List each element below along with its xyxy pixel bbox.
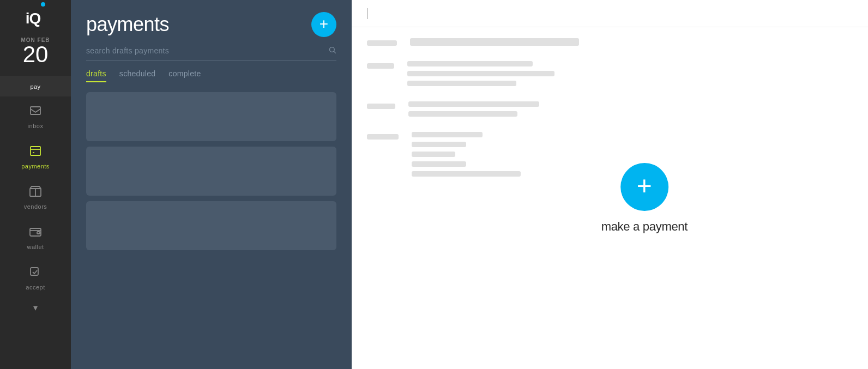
sidebar-item-wallet[interactable]: wallet <box>0 217 71 258</box>
top-bar-line <box>367 8 368 19</box>
payments-label: payments <box>21 163 50 170</box>
inbox-label: inbox <box>28 123 44 129</box>
svg-rect-7 <box>37 232 40 234</box>
skeleton-line <box>407 71 554 76</box>
tab-drafts[interactable]: drafts <box>86 69 106 82</box>
skeleton-lines <box>407 61 554 86</box>
skeleton-section-1 <box>367 38 853 46</box>
skeleton-label <box>367 134 399 140</box>
add-payment-button[interactable]: + <box>311 12 336 37</box>
skeleton-label <box>367 63 394 69</box>
inbox-icon <box>29 104 42 119</box>
payments-icon <box>29 144 42 160</box>
right-top-bar <box>352 0 868 27</box>
skeleton-line <box>412 161 466 167</box>
sidebar-nav: pay inbox payments <box>0 76 71 369</box>
date-number: 20 <box>23 43 49 66</box>
payments-panel: payments + drafts scheduled complete <box>71 0 352 369</box>
skeleton-lines <box>412 132 521 177</box>
wallet-label: wallet <box>27 244 44 250</box>
svg-rect-0 <box>31 107 40 114</box>
vendors-label: vendors <box>24 203 47 210</box>
accept-icon <box>29 265 42 281</box>
payments-header: payments + <box>71 0 352 46</box>
svg-rect-6 <box>30 228 41 236</box>
payments-title: payments <box>86 13 169 36</box>
pay-label: pay <box>30 83 40 90</box>
search-icon-button[interactable] <box>328 46 336 56</box>
skeleton-line <box>407 81 516 86</box>
draft-card[interactable] <box>86 201 336 250</box>
right-content: + make a payment <box>352 27 868 369</box>
make-payment-button[interactable]: + <box>620 163 668 211</box>
wallet-icon <box>29 225 42 240</box>
search-bar <box>86 46 336 61</box>
right-panel: + make a payment <box>352 0 868 369</box>
tabs-bar: drafts scheduled complete <box>71 69 352 82</box>
skeleton-section-3 <box>367 101 853 117</box>
skeleton-line <box>408 101 539 107</box>
search-input[interactable] <box>86 46 328 55</box>
skeleton-line <box>412 142 466 147</box>
svg-line-10 <box>334 51 335 53</box>
draft-cards-list <box>71 92 352 369</box>
skeleton-lines <box>410 38 579 46</box>
date-block: MON FEB 20 <box>0 33 71 76</box>
sidebar-item-payments[interactable]: payments <box>0 137 71 177</box>
tab-complete[interactable]: complete <box>168 69 201 82</box>
sidebar-item-accept[interactable]: accept <box>0 258 71 298</box>
more-button[interactable]: ▾ <box>33 298 38 317</box>
logo-text: iQ <box>26 10 41 27</box>
skeleton-label <box>367 40 397 46</box>
skeleton-line <box>410 38 579 46</box>
skeleton-line <box>407 61 533 66</box>
draft-card[interactable] <box>86 147 336 196</box>
skeleton-line <box>412 171 521 177</box>
sidebar-item-vendors[interactable]: vendors <box>0 177 71 217</box>
vendors-icon <box>29 185 42 200</box>
svg-rect-1 <box>31 147 40 155</box>
sidebar: iQ MON FEB 20 pay inbox <box>0 0 71 369</box>
sidebar-item-inbox[interactable]: inbox <box>0 96 71 137</box>
logo-area: iQ <box>0 0 71 33</box>
skeleton-line <box>408 111 517 117</box>
make-payment-label: make a payment <box>601 220 688 234</box>
sidebar-item-pay[interactable]: pay <box>0 76 71 96</box>
make-payment-overlay: + make a payment <box>601 163 688 234</box>
draft-card[interactable] <box>86 92 336 141</box>
accept-label: accept <box>26 284 45 291</box>
skeleton-label <box>367 104 395 109</box>
tab-scheduled[interactable]: scheduled <box>119 69 156 82</box>
svg-point-9 <box>330 47 335 52</box>
skeleton-line <box>412 152 455 157</box>
skeleton-line <box>412 132 483 137</box>
skeleton-lines <box>408 101 539 117</box>
skeleton-section-2 <box>367 61 853 86</box>
logo-dot <box>41 2 45 7</box>
